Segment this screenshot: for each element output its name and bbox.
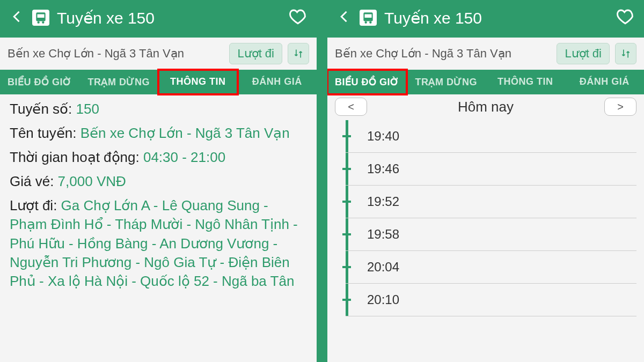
prev-day-button[interactable]: < (335, 98, 367, 116)
svg-point-2 (42, 21, 44, 24)
hours-label: Thời gian hoạt động: (10, 149, 140, 165)
fare-value: 7,000 VNĐ (58, 173, 126, 189)
favorite-icon[interactable] (616, 8, 634, 28)
day-nav: < Hôm nay > (327, 94, 644, 117)
time-item[interactable]: 19:46 (346, 153, 636, 186)
go-label: Lượt đi: (10, 197, 57, 213)
route-row: Bến xe Chợ Lớn - Ngã 3 Tân Vạn Lượt đi (327, 38, 644, 70)
next-day-button[interactable]: > (604, 98, 636, 116)
svg-point-6 (369, 21, 371, 24)
time-item[interactable]: 19:40 (346, 120, 636, 153)
tab-info[interactable]: THÔNG TIN (486, 70, 565, 94)
schedule-content: 19:40 19:46 19:52 19:58 20:04 20:10 (327, 117, 644, 362)
time-item[interactable]: 20:04 (346, 251, 636, 284)
direction-button[interactable]: Lượt đi (557, 43, 610, 64)
back-icon[interactable] (10, 9, 25, 26)
tab-schedule[interactable]: BIỂU ĐỒ GIỜ (0, 70, 79, 94)
svg-rect-7 (365, 14, 372, 18)
route-name-value: Bến xe Chợ Lớn - Ngã 3 Tân Vạn (80, 125, 290, 141)
page-title: Tuyến xe 150 (57, 9, 281, 27)
svg-point-5 (365, 21, 367, 24)
info-content: Tuyến số: 150 Tên tuyến: Bến xe Chợ Lớn … (0, 94, 317, 362)
route-no-label: Tuyến số: (10, 101, 72, 117)
time-item[interactable]: 19:52 (346, 186, 636, 218)
route-no-value: 150 (76, 101, 99, 117)
phone-left: Tuyến xe 150 Bến xe Chợ Lớn - Ngã 3 Tân … (0, 0, 317, 362)
route-name: Bến xe Chợ Lớn - Ngã 3 Tân Vạn (335, 47, 551, 61)
favorite-icon[interactable] (289, 8, 307, 28)
tabs: BIỂU ĐỒ GIỜ TRẠM DỪNG THÔNG TIN ĐÁNH GIÁ (327, 70, 644, 94)
tab-info[interactable]: THÔNG TIN (158, 70, 238, 94)
svg-point-1 (38, 21, 40, 24)
tab-schedule[interactable]: BIỂU ĐỒ GIỜ (327, 70, 407, 94)
tab-reviews[interactable]: ĐÁNH GIÁ (238, 70, 317, 94)
route-name: Bến xe Chợ Lớn - Ngã 3 Tân Vạn (8, 47, 224, 61)
topbar: Tuyến xe 150 (327, 0, 644, 38)
swap-direction-icon[interactable] (615, 43, 636, 64)
timeline: 19:40 19:46 19:52 19:58 20:04 20:10 (346, 120, 636, 316)
day-label: Hôm nay (372, 99, 599, 115)
swap-direction-icon[interactable] (288, 43, 309, 64)
back-icon[interactable] (337, 9, 352, 26)
page-title: Tuyến xe 150 (384, 9, 609, 27)
tab-stops[interactable]: TRẠM DỪNG (79, 70, 159, 94)
phone-right: Tuyến xe 150 Bến xe Chợ Lớn - Ngã 3 Tân … (327, 0, 644, 362)
bus-icon (32, 10, 49, 26)
topbar: Tuyến xe 150 (0, 0, 317, 38)
tab-stops[interactable]: TRẠM DỪNG (407, 70, 486, 94)
hours-value: 04:30 - 21:00 (143, 149, 225, 165)
route-row: Bến xe Chợ Lớn - Ngã 3 Tân Vạn Lượt đi (0, 38, 317, 70)
direction-button[interactable]: Lượt đi (229, 43, 282, 64)
time-item[interactable]: 20:10 (346, 284, 636, 316)
svg-rect-3 (38, 14, 45, 18)
time-item[interactable]: 19:58 (346, 218, 636, 251)
bus-icon (360, 10, 377, 26)
tabs: BIỂU ĐỒ GIỜ TRẠM DỪNG THÔNG TIN ĐÁNH GIÁ (0, 70, 317, 94)
tab-reviews[interactable]: ĐÁNH GIÁ (565, 70, 645, 94)
route-name-label: Tên tuyến: (10, 125, 76, 141)
fare-label: Giá vé: (10, 173, 54, 189)
